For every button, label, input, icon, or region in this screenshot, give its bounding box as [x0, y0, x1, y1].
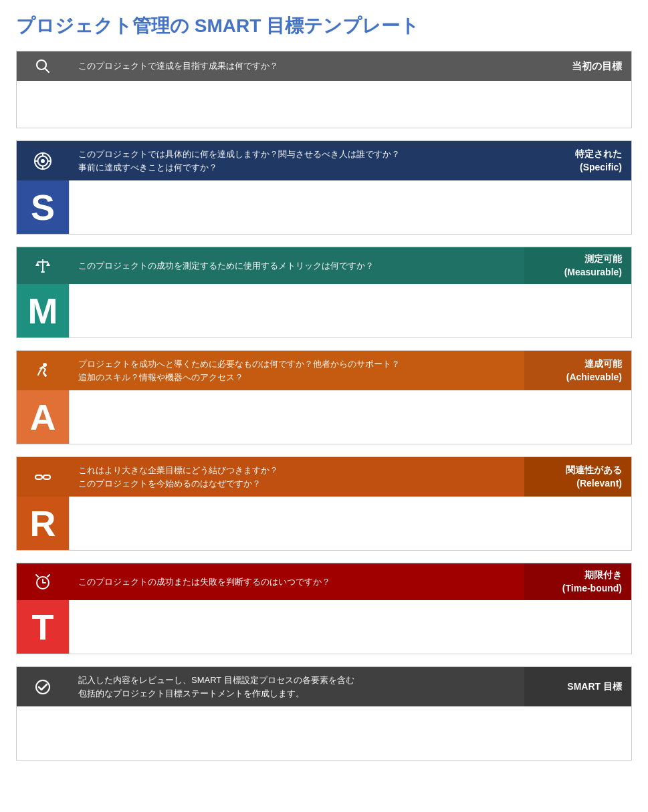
s-letter: S: [17, 180, 69, 234]
a-section: プロジェクトを成功へと導くために必要なものは何ですか？他者からのサポート？ 追加…: [16, 350, 632, 444]
a-letter-row: A: [17, 390, 631, 444]
page-title: プロジェクト管理の SMART 目標テンプレート: [16, 13, 632, 39]
svg-rect-11: [41, 271, 45, 273]
m-letter: M: [17, 284, 69, 337]
s-content-area[interactable]: [69, 180, 631, 234]
a-question: プロジェクトを成功へと導くために必要なものは何ですか？他者からのサポート？ 追加…: [69, 351, 524, 390]
initial-question: このプロジェクトで達成を目指す成果は何ですか？: [69, 51, 524, 81]
t-letter: T: [17, 600, 69, 654]
t-question: このプロジェクトの成功または失敗を判断するのはいつですか？: [69, 563, 524, 600]
svg-point-12: [43, 363, 47, 367]
m-content-area[interactable]: [69, 284, 631, 337]
m-icon-cell: [17, 247, 69, 284]
svg-line-1: [45, 69, 49, 73]
r-section: これはより大きな企業目標にどう結びつきますか？ このプロジェクトを今始めるのはな…: [16, 456, 632, 551]
smart-goal-section: 記入した内容をレビューし、SMART 目標設定プロセスの各要素を含む 包括的なプ…: [16, 666, 632, 761]
a-header: プロジェクトを成功へと導くために必要なものは何ですか？他者からのサポート？ 追加…: [17, 351, 631, 390]
smart-label: SMART 目標: [524, 667, 631, 706]
r-question: これはより大きな企業目標にどう結びつきますか？ このプロジェクトを今始めるのはな…: [69, 457, 524, 497]
a-letter: A: [17, 390, 69, 444]
t-icon-cell: [17, 563, 69, 600]
t-label: 期限付き (Time-bound): [524, 563, 631, 600]
r-label: 関連性がある (Relevant): [524, 457, 631, 497]
a-content-area[interactable]: [69, 390, 631, 444]
m-header: このプロジェクトの成功を測定するために使用するメトリックは何ですか？ 測定可能 …: [17, 247, 631, 284]
r-header: これはより大きな企業目標にどう結びつきますか？ このプロジェクトを今始めるのはな…: [17, 457, 631, 497]
t-section: このプロジェクトの成功または失敗を判断するのはいつですか？ 期限付き (Time…: [16, 563, 632, 654]
t-letter-row: T: [17, 600, 631, 654]
a-icon-cell: [17, 351, 69, 390]
initial-goal-section: このプロジェクトで達成を目指す成果は何ですか？ 当初の目標: [16, 51, 632, 128]
initial-content-area[interactable]: [17, 81, 631, 128]
svg-line-19: [36, 575, 38, 577]
smart-icon-cell: [17, 667, 69, 706]
s-icon-cell: [17, 141, 69, 180]
r-content-area[interactable]: [69, 497, 631, 550]
svg-rect-13: [35, 475, 42, 479]
smart-header: 記入した内容をレビューし、SMART 目標設定プロセスの各要素を含む 包括的なプ…: [17, 667, 631, 706]
smart-question: 記入した内容をレビューし、SMART 目標設定プロセスの各要素を含む 包括的なプ…: [69, 667, 524, 706]
s-section: このプロジェクトでは具体的に何を達成しますか？関与させるべき人は誰ですか？ 事前…: [16, 140, 632, 235]
m-question: このプロジェクトの成功を測定するために使用するメトリックは何ですか？: [69, 247, 524, 284]
t-content-area[interactable]: [69, 600, 631, 654]
svg-rect-14: [43, 475, 50, 479]
r-letter-row: R: [17, 497, 631, 550]
s-label: 特定された (Specific): [524, 141, 631, 180]
r-icon-cell: [17, 457, 69, 497]
m-letter-row: M: [17, 284, 631, 337]
s-header: このプロジェクトでは具体的に何を達成しますか？関与させるべき人は誰ですか？ 事前…: [17, 141, 631, 180]
m-section: このプロジェクトの成功を測定するために使用するメトリックは何ですか？ 測定可能 …: [16, 247, 632, 338]
r-letter: R: [17, 497, 69, 550]
m-label: 測定可能 (Measurable): [524, 247, 631, 284]
search-icon: [17, 51, 69, 81]
svg-line-20: [47, 575, 49, 577]
t-header: このプロジェクトの成功または失敗を判断するのはいつですか？ 期限付き (Time…: [17, 563, 631, 600]
svg-point-4: [41, 159, 45, 163]
smart-content-area[interactable]: [17, 706, 631, 760]
s-letter-row: S: [17, 180, 631, 234]
a-label: 達成可能 (Achievable): [524, 351, 631, 390]
s-question: このプロジェクトでは具体的に何を達成しますか？関与させるべき人は誰ですか？ 事前…: [69, 141, 524, 180]
initial-header-row: このプロジェクトで達成を目指す成果は何ですか？ 当初の目標: [17, 51, 631, 81]
initial-label: 当初の目標: [524, 51, 631, 81]
